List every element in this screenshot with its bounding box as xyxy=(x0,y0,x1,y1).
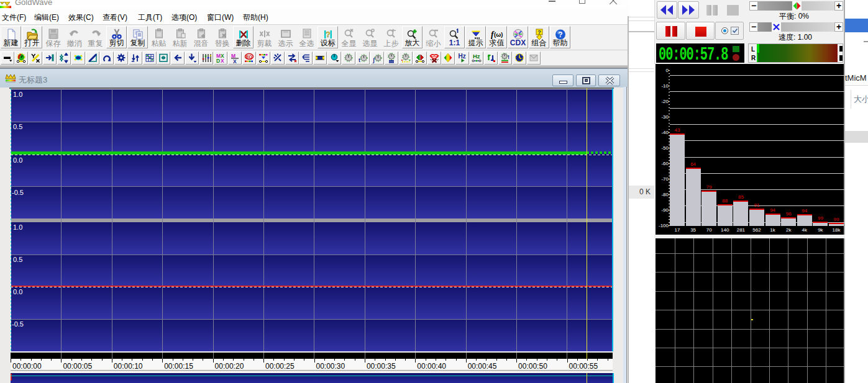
svg-text:t: t xyxy=(359,57,360,63)
svg-text:!: ! xyxy=(508,54,509,60)
svg-text:(ω): (ω) xyxy=(494,31,503,38)
svg-text:EQ: EQ xyxy=(246,55,253,60)
svg-text:X: X xyxy=(233,58,237,64)
svg-text:?: ? xyxy=(326,30,331,39)
svg-text:X: X xyxy=(221,58,224,63)
svg-text:Hz: Hz xyxy=(459,53,466,60)
svg-text:D: D xyxy=(216,58,220,63)
svg-text:ʃ: ʃ xyxy=(372,57,375,63)
svg-text:Hz: Hz xyxy=(473,53,480,60)
svg-text:?: ? xyxy=(558,30,562,39)
